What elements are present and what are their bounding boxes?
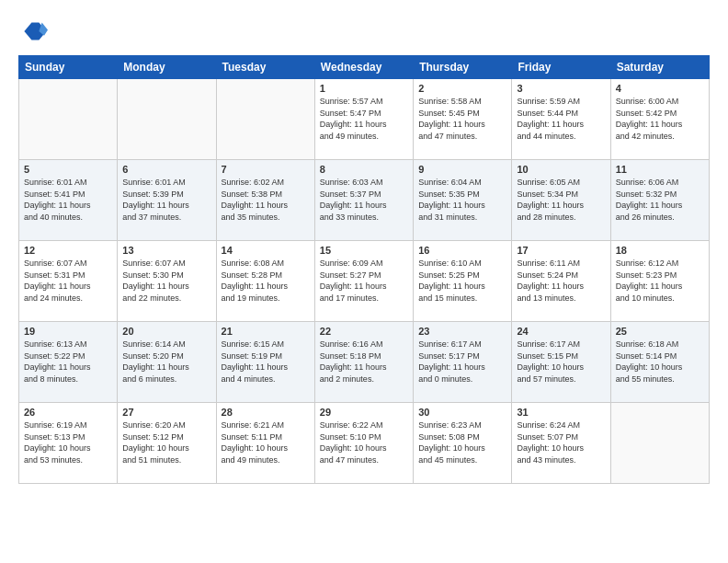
day-number: 16 — [418, 245, 506, 256]
calendar-cell: 25Sunrise: 6:18 AM Sunset: 5:14 PM Dayli… — [610, 322, 709, 403]
calendar-cell: 13Sunrise: 6:07 AM Sunset: 5:30 PM Dayli… — [118, 241, 216, 322]
calendar-cell: 9Sunrise: 6:04 AM Sunset: 5:35 PM Daylig… — [414, 160, 512, 241]
day-number: 22 — [320, 326, 408, 337]
day-number: 13 — [122, 245, 210, 256]
day-number: 17 — [517, 245, 605, 256]
day-info: Sunrise: 6:24 AM Sunset: 5:07 PM Dayligh… — [517, 419, 605, 465]
day-info: Sunrise: 6:12 AM Sunset: 5:23 PM Dayligh… — [616, 258, 704, 304]
day-info: Sunrise: 6:16 AM Sunset: 5:18 PM Dayligh… — [320, 339, 408, 385]
day-info: Sunrise: 6:13 AM Sunset: 5:22 PM Dayligh… — [24, 339, 112, 385]
day-info: Sunrise: 6:23 AM Sunset: 5:08 PM Dayligh… — [418, 419, 506, 465]
header — [18, 17, 710, 46]
day-number: 7 — [222, 164, 310, 175]
calendar-cell: 15Sunrise: 6:09 AM Sunset: 5:27 PM Dayli… — [314, 241, 413, 322]
calendar-cell: 18Sunrise: 6:12 AM Sunset: 5:23 PM Dayli… — [610, 241, 709, 322]
calendar-cell: 28Sunrise: 6:21 AM Sunset: 5:11 PM Dayli… — [216, 403, 314, 484]
calendar-cell — [610, 403, 709, 484]
day-number: 3 — [517, 83, 605, 94]
calendar-cell — [19, 79, 118, 160]
calendar-cell: 16Sunrise: 6:10 AM Sunset: 5:25 PM Dayli… — [414, 241, 512, 322]
weekday-header-tuesday: Tuesday — [216, 56, 314, 79]
weekday-header-friday: Friday — [512, 56, 610, 79]
calendar-cell: 21Sunrise: 6:15 AM Sunset: 5:19 PM Dayli… — [216, 322, 314, 403]
calendar-week-4: 19Sunrise: 6:13 AM Sunset: 5:22 PM Dayli… — [19, 322, 710, 403]
day-info: Sunrise: 6:22 AM Sunset: 5:10 PM Dayligh… — [320, 419, 408, 465]
page: SundayMondayTuesdayWednesdayThursdayFrid… — [0, 0, 728, 563]
day-info: Sunrise: 6:14 AM Sunset: 5:20 PM Dayligh… — [122, 339, 210, 385]
calendar-cell: 29Sunrise: 6:22 AM Sunset: 5:10 PM Dayli… — [314, 403, 413, 484]
day-number: 28 — [222, 407, 310, 418]
calendar-cell: 24Sunrise: 6:17 AM Sunset: 5:15 PM Dayli… — [512, 322, 610, 403]
logo-icon — [18, 17, 48, 46]
day-info: Sunrise: 6:07 AM Sunset: 5:31 PM Dayligh… — [24, 258, 112, 304]
day-info: Sunrise: 6:07 AM Sunset: 5:30 PM Dayligh… — [122, 258, 210, 304]
calendar-cell: 20Sunrise: 6:14 AM Sunset: 5:20 PM Dayli… — [118, 322, 216, 403]
calendar-cell: 2Sunrise: 5:58 AM Sunset: 5:45 PM Daylig… — [414, 79, 512, 160]
day-info: Sunrise: 5:59 AM Sunset: 5:44 PM Dayligh… — [517, 96, 605, 142]
weekday-header-sunday: Sunday — [19, 56, 118, 79]
day-info: Sunrise: 6:10 AM Sunset: 5:25 PM Dayligh… — [418, 258, 506, 304]
day-info: Sunrise: 6:04 AM Sunset: 5:35 PM Dayligh… — [418, 177, 506, 223]
calendar-cell: 5Sunrise: 6:01 AM Sunset: 5:41 PM Daylig… — [19, 160, 118, 241]
calendar-cell: 30Sunrise: 6:23 AM Sunset: 5:08 PM Dayli… — [414, 403, 512, 484]
calendar-cell: 12Sunrise: 6:07 AM Sunset: 5:31 PM Dayli… — [19, 241, 118, 322]
day-number: 21 — [222, 326, 310, 337]
day-number: 29 — [320, 407, 408, 418]
calendar-cell: 23Sunrise: 6:17 AM Sunset: 5:17 PM Dayli… — [414, 322, 512, 403]
calendar-cell: 17Sunrise: 6:11 AM Sunset: 5:24 PM Dayli… — [512, 241, 610, 322]
day-info: Sunrise: 6:20 AM Sunset: 5:12 PM Dayligh… — [122, 419, 210, 465]
calendar: SundayMondayTuesdayWednesdayThursdayFrid… — [18, 55, 710, 484]
day-info: Sunrise: 6:01 AM Sunset: 5:41 PM Dayligh… — [24, 177, 112, 223]
day-number: 6 — [122, 164, 210, 175]
day-number: 12 — [24, 245, 112, 256]
day-info: Sunrise: 6:09 AM Sunset: 5:27 PM Dayligh… — [320, 258, 408, 304]
calendar-cell — [216, 79, 314, 160]
day-number: 8 — [320, 164, 408, 175]
day-info: Sunrise: 6:15 AM Sunset: 5:19 PM Dayligh… — [222, 339, 310, 385]
calendar-cell: 8Sunrise: 6:03 AM Sunset: 5:37 PM Daylig… — [314, 160, 413, 241]
calendar-week-5: 26Sunrise: 6:19 AM Sunset: 5:13 PM Dayli… — [19, 403, 710, 484]
weekday-header-wednesday: Wednesday — [314, 56, 413, 79]
day-number: 31 — [517, 407, 605, 418]
day-number: 14 — [222, 245, 310, 256]
day-info: Sunrise: 6:21 AM Sunset: 5:11 PM Dayligh… — [222, 419, 310, 465]
day-info: Sunrise: 6:02 AM Sunset: 5:38 PM Dayligh… — [222, 177, 310, 223]
day-number: 18 — [616, 245, 704, 256]
calendar-cell — [118, 79, 216, 160]
day-info: Sunrise: 6:19 AM Sunset: 5:13 PM Dayligh… — [24, 419, 112, 465]
calendar-cell: 6Sunrise: 6:01 AM Sunset: 5:39 PM Daylig… — [118, 160, 216, 241]
day-number: 19 — [24, 326, 112, 337]
day-info: Sunrise: 6:17 AM Sunset: 5:15 PM Dayligh… — [517, 339, 605, 385]
day-info: Sunrise: 6:08 AM Sunset: 5:28 PM Dayligh… — [222, 258, 310, 304]
day-info: Sunrise: 5:58 AM Sunset: 5:45 PM Dayligh… — [418, 96, 506, 142]
weekday-header-saturday: Saturday — [610, 56, 709, 79]
day-number: 4 — [616, 83, 704, 94]
day-number: 9 — [418, 164, 506, 175]
day-number: 25 — [616, 326, 704, 337]
calendar-cell: 19Sunrise: 6:13 AM Sunset: 5:22 PM Dayli… — [19, 322, 118, 403]
day-info: Sunrise: 6:00 AM Sunset: 5:42 PM Dayligh… — [616, 96, 704, 142]
day-number: 30 — [418, 407, 506, 418]
day-number: 5 — [24, 164, 112, 175]
day-info: Sunrise: 5:57 AM Sunset: 5:47 PM Dayligh… — [320, 96, 408, 142]
day-info: Sunrise: 6:18 AM Sunset: 5:14 PM Dayligh… — [616, 339, 704, 385]
weekday-header-monday: Monday — [118, 56, 216, 79]
calendar-cell: 4Sunrise: 6:00 AM Sunset: 5:42 PM Daylig… — [610, 79, 709, 160]
calendar-week-1: 1Sunrise: 5:57 AM Sunset: 5:47 PM Daylig… — [19, 79, 710, 160]
calendar-week-3: 12Sunrise: 6:07 AM Sunset: 5:31 PM Dayli… — [19, 241, 710, 322]
day-number: 1 — [320, 83, 408, 94]
calendar-cell: 3Sunrise: 5:59 AM Sunset: 5:44 PM Daylig… — [512, 79, 610, 160]
day-info: Sunrise: 6:11 AM Sunset: 5:24 PM Dayligh… — [517, 258, 605, 304]
calendar-cell: 26Sunrise: 6:19 AM Sunset: 5:13 PM Dayli… — [19, 403, 118, 484]
day-number: 20 — [122, 326, 210, 337]
weekday-header-row: SundayMondayTuesdayWednesdayThursdayFrid… — [19, 56, 710, 79]
day-number: 10 — [517, 164, 605, 175]
day-number: 26 — [24, 407, 112, 418]
day-number: 11 — [616, 164, 704, 175]
calendar-cell: 31Sunrise: 6:24 AM Sunset: 5:07 PM Dayli… — [512, 403, 610, 484]
calendar-cell: 1Sunrise: 5:57 AM Sunset: 5:47 PM Daylig… — [314, 79, 413, 160]
day-number: 15 — [320, 245, 408, 256]
calendar-cell: 11Sunrise: 6:06 AM Sunset: 5:32 PM Dayli… — [610, 160, 709, 241]
day-info: Sunrise: 6:05 AM Sunset: 5:34 PM Dayligh… — [517, 177, 605, 223]
day-number: 23 — [418, 326, 506, 337]
